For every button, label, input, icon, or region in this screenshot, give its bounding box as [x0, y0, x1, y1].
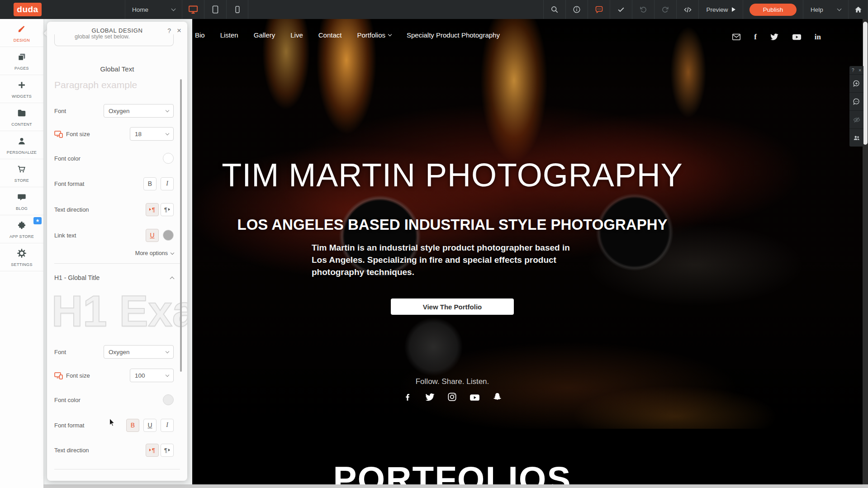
- dev-mode-button[interactable]: [676, 0, 698, 19]
- link-underline-button[interactable]: U: [146, 229, 159, 242]
- font-dropdown[interactable]: Oxygen: [104, 104, 174, 118]
- toolbar-help-button[interactable]: ?: [852, 68, 854, 73]
- bold-button[interactable]: B: [143, 177, 157, 190]
- collapse-icon[interactable]: [170, 276, 175, 281]
- chevron-down-icon: [171, 6, 176, 11]
- rtl-arrow-icon: [168, 208, 170, 211]
- mobile-view-button[interactable]: [226, 0, 248, 19]
- dashboard-home-button[interactable]: [848, 0, 868, 19]
- page-selector[interactable]: Home: [125, 0, 182, 19]
- preview-button[interactable]: Preview: [698, 0, 743, 19]
- redo-button[interactable]: [654, 0, 676, 19]
- h1-section-header[interactable]: H1 - Global Title: [54, 274, 174, 281]
- linkedin-icon[interactable]: in: [815, 33, 821, 42]
- twitter-icon[interactable]: [424, 392, 435, 405]
- sidebar-item-label: DESIGN: [0, 38, 43, 43]
- link-color-swatch[interactable]: [163, 230, 174, 241]
- sidebar-item-pages[interactable]: PAGES: [0, 47, 43, 75]
- sidebar-item-label: PERSONALIZE: [0, 150, 43, 155]
- section-divider: [54, 469, 180, 469]
- h1-font-dropdown[interactable]: Oxygen: [104, 345, 174, 359]
- rtl-arrow-icon: [168, 449, 170, 451]
- portfolios-heading: PORTFOLIOS: [192, 459, 712, 485]
- ltr-direction-button[interactable]: ¶: [146, 203, 159, 216]
- h1-font-color-swatch[interactable]: [163, 394, 174, 405]
- feedback-button[interactable]: [588, 0, 610, 19]
- youtube-icon[interactable]: [469, 392, 480, 405]
- font-size-dropdown[interactable]: 18: [130, 127, 174, 141]
- comments-button[interactable]: [849, 92, 863, 110]
- email-link[interactable]: [731, 32, 741, 42]
- section-divider: [54, 263, 180, 264]
- italic-button[interactable]: I: [161, 177, 174, 190]
- info-button[interactable]: [565, 0, 588, 19]
- sidebar-item-content[interactable]: CONTENT: [0, 103, 43, 131]
- more-options-link[interactable]: More options: [135, 250, 174, 256]
- view-portfolio-button[interactable]: View The Portfolio: [391, 298, 514, 315]
- panel-help-button[interactable]: ?: [167, 27, 171, 34]
- publish-button[interactable]: Publish: [749, 4, 797, 16]
- h1-font-color-row: Font color: [54, 393, 174, 407]
- add-comment-button[interactable]: [849, 74, 863, 92]
- global-text-heading: Global Text: [47, 65, 187, 73]
- horizontal-scrollbar[interactable]: [43, 484, 868, 488]
- h1-ltr-direction-button[interactable]: ¶: [146, 444, 159, 457]
- tablet-icon: [210, 5, 220, 14]
- h1-italic-button[interactable]: I: [161, 419, 174, 432]
- rtl-direction-button[interactable]: ¶: [161, 203, 174, 216]
- sidebar-item-store[interactable]: STORE: [0, 159, 43, 187]
- twitter-link[interactable]: [769, 32, 779, 42]
- h1-bold-button[interactable]: B: [126, 419, 139, 432]
- add-comment-icon: [853, 80, 860, 87]
- editor-sidebar: DESIGN PAGES WIDGETS CONTENT PERSONALIZE…: [0, 19, 43, 488]
- save-check-button[interactable]: [610, 0, 632, 19]
- home-icon: [854, 5, 863, 14]
- facebook-icon[interactable]: [403, 392, 413, 405]
- undo-button[interactable]: [632, 0, 654, 19]
- help-label: Help: [811, 6, 823, 13]
- sidebar-item-app-store[interactable]: ★ APP STORE: [0, 215, 43, 243]
- collaborators-button[interactable]: [849, 128, 863, 147]
- h1-rtl-direction-button[interactable]: ¶: [161, 444, 174, 457]
- sidebar-item-blog[interactable]: BLOG: [0, 187, 43, 215]
- ltr-arrow-icon: [149, 208, 151, 211]
- youtube-link[interactable]: [792, 32, 802, 42]
- font-color-label: Font color: [54, 397, 81, 403]
- help-menu[interactable]: Help: [803, 0, 848, 19]
- tablet-view-button[interactable]: [204, 0, 226, 19]
- sidebar-item-design[interactable]: DESIGN: [0, 19, 43, 47]
- desktop-view-button[interactable]: [182, 0, 204, 19]
- font-color-swatch[interactable]: [163, 153, 174, 164]
- search-icon: [550, 5, 559, 14]
- hero-subtitle: LOS ANGELES BASED INDUSTRIAL STYLE PHOTO…: [192, 216, 712, 233]
- sidebar-item-widgets[interactable]: WIDGETS: [0, 75, 43, 103]
- font-color-label: Font color: [54, 155, 81, 162]
- link-text-row: Link text U: [54, 228, 174, 242]
- panel-close-button[interactable]: ×: [177, 26, 181, 35]
- responsive-devices-icon: [54, 130, 63, 138]
- panel-scrollbar-thumb[interactable]: [180, 79, 182, 372]
- sidebar-item-personalize[interactable]: PERSONALIZE: [0, 131, 43, 159]
- sidebar-item-settings[interactable]: SETTINGS: [0, 243, 43, 271]
- facebook-icon[interactable]: f: [754, 33, 757, 42]
- vertical-scrollbar-thumb[interactable]: [863, 22, 868, 145]
- hero-title: TIM MARTIN PHOTOGRAPHY: [192, 156, 712, 194]
- snapchat-icon[interactable]: [492, 392, 503, 405]
- panel-header: GLOBAL DESIGN ? ×: [47, 22, 187, 40]
- search-button[interactable]: [543, 0, 565, 19]
- h1-underline-button[interactable]: U: [143, 419, 157, 432]
- hero-paragraph: Tim Martin is an industrial style produc…: [312, 242, 575, 278]
- font-size-label: Font size: [66, 372, 90, 379]
- folder-icon: [17, 108, 27, 118]
- play-icon: [732, 7, 735, 12]
- instagram-icon[interactable]: [447, 392, 457, 405]
- h1-font-size-dropdown[interactable]: 100: [130, 369, 174, 382]
- hero-social-links: [192, 392, 712, 405]
- email-icon: [731, 32, 741, 42]
- hide-comments-button[interactable]: [849, 110, 863, 128]
- toolbar-close-icon[interactable]: ×: [859, 68, 861, 73]
- chevron-down-icon: [171, 251, 174, 254]
- gear-icon: [17, 248, 27, 258]
- font-format-label: Font format: [54, 180, 84, 187]
- duda-logo[interactable]: duda: [14, 3, 42, 16]
